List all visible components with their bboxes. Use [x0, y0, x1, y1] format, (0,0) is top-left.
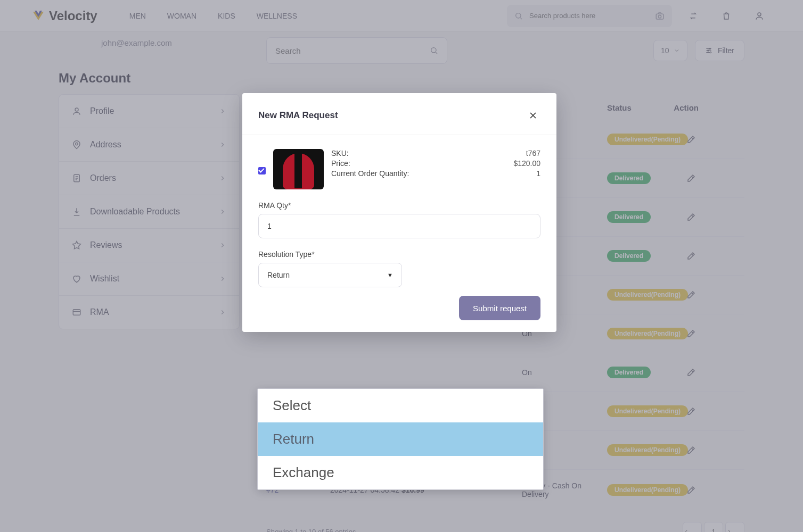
- price-label: Price:: [331, 159, 350, 168]
- page-next-button[interactable]: [725, 522, 744, 532]
- resolution-dropdown: Select Return Exchange: [257, 388, 544, 490]
- edit-icon[interactable]: [684, 365, 699, 380]
- list-search-input[interactable]: [275, 46, 430, 55]
- edit-icon[interactable]: [684, 132, 699, 147]
- svg-point-11: [710, 52, 711, 53]
- camera-icon[interactable]: [655, 11, 665, 21]
- chevron-right-icon: [219, 275, 226, 282]
- user-email: john@example.com: [101, 38, 240, 47]
- nav-men[interactable]: MEN: [129, 12, 146, 20]
- resolution-type-label: Resolution Type*: [242, 238, 556, 263]
- status-badge: Delivered: [607, 250, 651, 262]
- section-title: My Account: [59, 71, 240, 86]
- svg-point-3: [758, 13, 761, 16]
- svg-point-4: [75, 108, 78, 111]
- edit-icon[interactable]: [684, 404, 699, 419]
- chevron-right-icon: [219, 242, 226, 249]
- pagination: 1: [683, 522, 744, 532]
- rma-icon: [72, 307, 81, 317]
- nav-kids[interactable]: KIDS: [218, 12, 235, 20]
- chevron-right-icon: [219, 141, 226, 148]
- status-badge: Delivered: [607, 367, 651, 378]
- page-prev-button[interactable]: [683, 522, 702, 532]
- sidebar-item-label: Address: [90, 140, 121, 149]
- download-icon: [72, 207, 81, 217]
- global-search-input[interactable]: [529, 12, 649, 20]
- resolution-type-select[interactable]: Return ▼: [258, 263, 402, 287]
- sliders-icon: [705, 47, 712, 54]
- sidebar-item-downloadable[interactable]: Downloadable Products: [59, 195, 239, 229]
- sidebar-item-wishlist[interactable]: Wishlist: [59, 262, 239, 296]
- svg-point-9: [709, 48, 710, 49]
- compare-icon[interactable]: [682, 4, 705, 28]
- nav-woman[interactable]: WOMAN: [167, 12, 196, 20]
- person-icon: [72, 106, 81, 116]
- col-status-header: Status: [607, 103, 671, 112]
- order-qty-label: Current Order Quantity:: [331, 169, 409, 178]
- filter-label: Filter: [718, 46, 734, 55]
- svg-rect-1: [656, 14, 663, 19]
- brand-logo[interactable]: Velocity: [32, 9, 97, 23]
- option-return[interactable]: Return: [258, 422, 543, 456]
- status-badge: Delivered: [607, 172, 651, 184]
- star-icon: [72, 240, 81, 250]
- sku-value: t767: [526, 149, 540, 157]
- sidebar-item-label: Profile: [90, 106, 114, 116]
- svg-point-0: [516, 13, 521, 18]
- edit-icon[interactable]: [684, 287, 699, 302]
- product-image: [273, 149, 324, 189]
- page-current[interactable]: 1: [704, 522, 723, 532]
- sidebar-item-profile[interactable]: Profile: [59, 95, 239, 128]
- rma-qty-input[interactable]: 1: [258, 214, 540, 238]
- search-icon: [514, 12, 523, 20]
- resolution-selected-value: Return: [267, 271, 290, 279]
- sidebar-item-rma[interactable]: RMA: [59, 296, 239, 329]
- svg-point-10: [708, 50, 709, 51]
- chevron-right-icon: [219, 174, 226, 182]
- user-icon[interactable]: [748, 4, 771, 28]
- edit-icon[interactable]: [684, 171, 699, 186]
- sidebar-item-label: RMA: [90, 307, 109, 317]
- sidebar-item-label: Orders: [90, 173, 116, 183]
- edit-icon[interactable]: [684, 326, 699, 341]
- caret-down-icon: ▼: [387, 272, 393, 278]
- modal-title: New RMA Request: [258, 110, 338, 121]
- table-footer-text: Showing 1 to 10 of 56 entries: [266, 528, 356, 533]
- chevron-right-icon: [219, 107, 226, 115]
- per-page-select[interactable]: 10: [653, 40, 687, 61]
- status-badge: Delivered: [607, 211, 651, 223]
- svg-point-8: [431, 48, 436, 53]
- edit-icon[interactable]: [684, 483, 699, 497]
- new-rma-modal: New RMA Request SKU:t767 Price:$120.00 C…: [242, 93, 556, 332]
- list-search[interactable]: [266, 37, 447, 64]
- sidebar-item-address[interactable]: Address: [59, 128, 239, 162]
- order-qty-value: 1: [536, 169, 540, 178]
- edit-icon[interactable]: [684, 248, 699, 263]
- sku-label: SKU:: [331, 149, 349, 157]
- logo-mark: [32, 10, 45, 22]
- option-select[interactable]: Select: [258, 389, 543, 422]
- bag-icon[interactable]: [715, 4, 738, 28]
- pin-icon: [72, 140, 81, 149]
- chevron-right-icon: [219, 309, 226, 316]
- submit-request-button[interactable]: Submit request: [459, 296, 540, 320]
- filter-button[interactable]: Filter: [695, 40, 744, 61]
- product-checkbox[interactable]: [258, 167, 266, 174]
- edit-icon[interactable]: [684, 443, 699, 458]
- price-value: $120.00: [513, 159, 540, 168]
- per-page-value: 10: [661, 46, 669, 55]
- option-exchange[interactable]: Exchange: [258, 456, 543, 489]
- sidebar-item-label: Reviews: [90, 240, 122, 250]
- col-action-header: Action: [671, 103, 703, 112]
- close-button[interactable]: [526, 108, 540, 123]
- edit-icon[interactable]: [684, 210, 699, 225]
- sidebar-item-label: Downloadable Products: [90, 207, 180, 217]
- sidebar-item-orders[interactable]: Orders: [59, 162, 239, 195]
- chevron-right-icon: [219, 208, 226, 215]
- chevron-down-icon: [674, 47, 680, 54]
- account-sidebar: Profile Address Orders Downloadable Prod…: [59, 94, 240, 329]
- nav-wellness[interactable]: WELLNESS: [257, 12, 297, 20]
- global-search[interactable]: [507, 5, 672, 27]
- rma-qty-label: RMA Qty*: [242, 189, 556, 214]
- sidebar-item-reviews[interactable]: Reviews: [59, 229, 239, 262]
